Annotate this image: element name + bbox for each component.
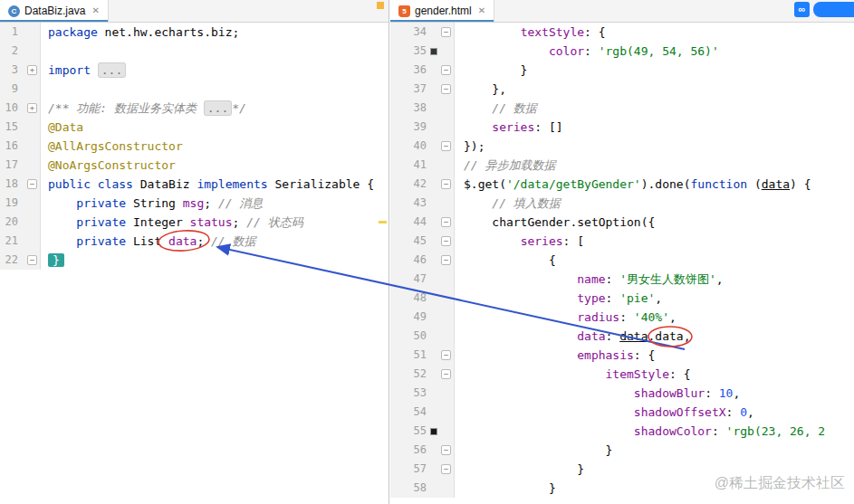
line-number[interactable]: 58 <box>390 479 427 498</box>
code-line[interactable]: 2 <box>0 42 389 61</box>
code-line[interactable]: 1package net.hw.echarts.biz; <box>0 23 389 42</box>
code-line[interactable]: 51− emphasis: { <box>390 346 854 365</box>
line-number[interactable]: 19 <box>0 194 18 213</box>
gutter[interactable]: 51− <box>390 346 455 365</box>
fold-marker-icon[interactable]: − <box>441 350 451 360</box>
fold-marker-icon[interactable]: + <box>27 103 37 113</box>
line-number[interactable]: 54 <box>390 403 427 422</box>
gutter[interactable]: 34− <box>390 23 455 42</box>
line-number[interactable]: 47 <box>390 270 427 289</box>
line-number[interactable]: 38 <box>390 99 427 118</box>
gutter[interactable]: 36− <box>390 61 455 80</box>
code-line[interactable]: 55 shadowColor: 'rgb(23, 26, 2 <box>390 422 854 441</box>
gutter[interactable]: 39 <box>390 118 455 137</box>
color-swatch-icon[interactable] <box>430 428 437 435</box>
close-icon[interactable]: ✕ <box>476 6 485 15</box>
line-number[interactable]: 22 <box>0 251 18 270</box>
line-number[interactable]: 36 <box>390 61 427 80</box>
code-line[interactable]: 47 name: '男女生人数饼图', <box>390 270 854 289</box>
code-line[interactable]: 37− }, <box>390 80 854 99</box>
line-number[interactable]: 3 <box>0 61 18 80</box>
code-line[interactable]: 49 radius: '40%', <box>390 308 854 327</box>
gutter[interactable]: 43 <box>390 194 455 213</box>
fold-marker-icon[interactable]: − <box>441 464 451 474</box>
gutter[interactable]: 49 <box>390 308 455 327</box>
line-number[interactable]: 10 <box>0 99 18 118</box>
line-number[interactable]: 1 <box>0 23 18 42</box>
fold-marker-icon[interactable]: − <box>27 255 37 265</box>
gutter[interactable]: 20 <box>0 213 41 232</box>
code-line[interactable]: 48 type: 'pie', <box>390 289 854 308</box>
close-icon[interactable]: ✕ <box>90 6 99 15</box>
gutter[interactable]: 54 <box>390 403 455 422</box>
gutter[interactable]: 52− <box>390 365 455 384</box>
gutter[interactable]: 57− <box>390 460 455 479</box>
caret-stripe-marker-icon[interactable] <box>379 221 387 223</box>
fold-marker-icon[interactable]: − <box>441 236 451 246</box>
line-number[interactable]: 52 <box>390 365 427 384</box>
fold-marker-icon[interactable]: − <box>441 255 451 265</box>
line-number[interactable]: 40 <box>390 137 427 156</box>
code-line[interactable]: 20 private Integer status; // 状态码 <box>0 213 389 232</box>
code-line[interactable]: 35 color: 'rgb(49, 54, 56)' <box>390 42 854 61</box>
gutter[interactable]: 56− <box>390 441 455 460</box>
gutter[interactable]: 21 <box>0 232 41 251</box>
gutter[interactable]: 9 <box>0 80 41 99</box>
code-line[interactable]: 50 data: data.data, <box>390 327 854 346</box>
code-line[interactable]: 15@Data <box>0 118 389 137</box>
gutter[interactable]: 50 <box>390 327 455 346</box>
line-number[interactable]: 57 <box>390 460 427 479</box>
line-number[interactable]: 37 <box>390 80 427 99</box>
code-line[interactable]: 9 <box>0 80 389 99</box>
gutter[interactable]: 44− <box>390 213 455 232</box>
code-line[interactable]: 44− chartGender.setOption({ <box>390 213 854 232</box>
gutter[interactable]: 42− <box>390 175 455 194</box>
gutter[interactable]: 35 <box>390 42 455 61</box>
code-line[interactable]: 52− itemStyle: { <box>390 365 854 384</box>
gutter[interactable]: 40− <box>390 137 455 156</box>
juejin-logo-icon[interactable]: ∞ <box>794 2 810 17</box>
line-number[interactable]: 39 <box>390 118 427 137</box>
color-swatch-icon[interactable] <box>430 48 437 55</box>
gutter[interactable]: 19 <box>0 194 41 213</box>
line-number[interactable]: 41 <box>390 156 427 175</box>
code-line[interactable]: 19 private String msg; // 消息 <box>0 194 389 213</box>
line-number[interactable]: 42 <box>390 175 427 194</box>
code-line[interactable]: 17@NoArgsConstructor <box>0 156 389 175</box>
gutter[interactable]: 55 <box>390 422 455 441</box>
code-line[interactable]: 18−public class DataBiz implements Seria… <box>0 175 389 194</box>
fold-marker-icon[interactable]: − <box>27 179 37 189</box>
line-number[interactable]: 18 <box>0 175 18 194</box>
tab-gender-html[interactable]: 5 gender.html ✕ <box>390 0 494 22</box>
code-line[interactable]: 42−$.get('/data/getByGender').done(funct… <box>390 175 854 194</box>
line-number[interactable]: 21 <box>0 232 18 251</box>
code-line[interactable]: 10+/** 功能: 数据业务实体类 ...*/ <box>0 99 389 118</box>
gutter[interactable]: 15 <box>0 118 41 137</box>
line-number[interactable]: 17 <box>0 156 18 175</box>
code-line[interactable]: 22−} <box>0 251 389 270</box>
gutter[interactable]: 53 <box>390 384 455 403</box>
code-line[interactable]: 34− textStyle: { <box>390 23 854 42</box>
code-line[interactable]: 41// 异步加载数据 <box>390 156 854 175</box>
gutter[interactable]: 37− <box>390 80 455 99</box>
line-number[interactable]: 55 <box>390 422 427 441</box>
warning-stripe-marker-icon[interactable] <box>377 2 384 9</box>
gutter[interactable]: 58 <box>390 479 455 498</box>
code-line[interactable]: 56− } <box>390 441 854 460</box>
line-number[interactable]: 2 <box>0 42 18 61</box>
code-line[interactable]: 43 // 填入数据 <box>390 194 854 213</box>
fold-marker-icon[interactable]: − <box>441 179 451 189</box>
gutter[interactable]: 45− <box>390 232 455 251</box>
fold-marker-icon[interactable]: − <box>441 369 451 379</box>
line-number[interactable]: 53 <box>390 384 427 403</box>
gutter[interactable]: 16 <box>0 137 41 156</box>
line-number[interactable]: 9 <box>0 80 18 99</box>
gutter[interactable]: 10+ <box>0 99 41 118</box>
code-line[interactable]: 16@AllArgsConstructor <box>0 137 389 156</box>
gutter[interactable]: 2 <box>0 42 41 61</box>
line-number[interactable]: 16 <box>0 137 18 156</box>
code-line[interactable]: 40−}); <box>390 137 854 156</box>
line-number[interactable]: 49 <box>390 308 427 327</box>
code-line[interactable]: 36− } <box>390 61 854 80</box>
code-line[interactable]: 38 // 数据 <box>390 99 854 118</box>
